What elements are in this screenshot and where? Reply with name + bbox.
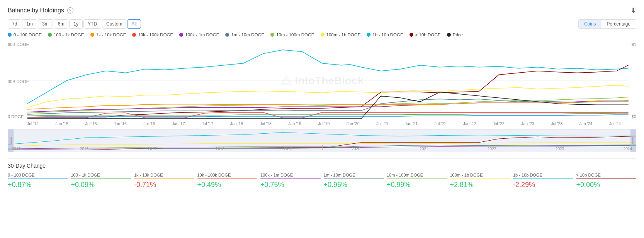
legend-item: 10m - 100m DOGE [270, 32, 314, 37]
y-axis-top: 60B DOGE [8, 42, 29, 47]
minimap-label: 2016 [80, 147, 88, 151]
change-item: 100k - 1m DOGE +0.75% [260, 173, 321, 189]
x-axis-label: Jan '19 [288, 121, 301, 126]
change-item: 100m - 1b DOGE +2.81% [450, 173, 510, 189]
y-axis-right-bottom: $0 [632, 114, 636, 119]
legend-item: 100 - 1k DOGE [48, 32, 84, 37]
info-icon[interactable]: ? [67, 7, 73, 14]
change-value: -0.71% [134, 181, 194, 189]
legend-item: 100m - 1b DOGE [321, 32, 361, 37]
x-axis-label: Jul '22 [493, 121, 505, 126]
legend-item: Price [447, 32, 463, 37]
change-value: +0.00% [576, 181, 637, 189]
legend-label: 0 - 100 DOGE [14, 32, 42, 37]
time-btn-1m[interactable]: 1m [22, 19, 37, 29]
change-value: +2.81% [450, 181, 510, 189]
change-label: 100k - 1m DOGE [260, 173, 321, 179]
legend-item: 0 - 100 DOGE [8, 32, 42, 37]
legend-label: 10m - 100m DOGE [276, 32, 314, 37]
x-axis-label: Jul '19 [318, 121, 330, 126]
x-axis-label: Jan '23 [521, 121, 534, 126]
legend-label: 1k - 10k DOGE [96, 32, 126, 37]
page-title: Balance by Holdings [8, 7, 64, 14]
time-btn-ytd[interactable]: YTD [83, 19, 101, 29]
time-btn-3m[interactable]: 3m [38, 19, 53, 29]
change-value: +0.09% [71, 181, 131, 189]
x-axis-label: Jan '21 [405, 121, 418, 126]
minimap-scroll: ⋮ [319, 144, 325, 151]
minimap-label: 2019 [284, 147, 292, 151]
change-label: 0 - 100 DOGE [8, 173, 68, 179]
change-value: +0.49% [197, 181, 258, 189]
change-item: 1b - 10b DOGE -2.29% [513, 173, 573, 189]
change-label: 10k - 100k DOGE [197, 173, 258, 179]
legend-item: 10k - 100k DOGE [132, 32, 173, 37]
time-btn-custom[interactable]: Custom [102, 19, 126, 29]
legend-dot [270, 33, 274, 37]
legend-dot [447, 33, 451, 37]
legend-item: > 10b DOGE [410, 32, 441, 37]
download-icon[interactable]: ⬇ [630, 6, 636, 15]
x-axis-label: Jul '14 [27, 121, 39, 126]
legend-dot [410, 33, 413, 37]
legend-dot [321, 33, 325, 37]
change-value: -2.29% [513, 181, 573, 189]
time-filter-group: 7d1m3m6m1yYTDCustomAll [8, 19, 141, 29]
legend-label: 1m - 10m DOGE [231, 32, 264, 37]
y-axis-mid: 30B DOGE [8, 79, 29, 84]
chart-legend: 0 - 100 DOGE100 - 1k DOGE1k - 10k DOGE10… [8, 32, 636, 37]
x-axis-label: Jan '18 [230, 121, 243, 126]
change-label: 100 - 1k DOGE [71, 173, 131, 179]
change-item: 0 - 100 DOGE +0.87% [8, 173, 68, 189]
change-item: 10m - 100m DOGE +0.99% [387, 173, 447, 189]
x-axis-label: Jul '16 [143, 121, 155, 126]
x-axis-label: Jul '24 [609, 121, 621, 126]
minimap-label: 2017 [148, 147, 156, 151]
y-axis-right-top: $1 [632, 42, 636, 47]
change-item: 1m - 10m DOGE +0.96% [324, 173, 384, 189]
minimap-label: 2024 [624, 147, 632, 151]
x-axis-label: Jan '22 [463, 121, 476, 126]
main-chart: 60B DOGE 30B DOGE 0 DOGE $1 $0 IntoTheBl… [8, 42, 636, 119]
time-btn-7d[interactable]: 7d [8, 19, 21, 29]
change-label: 100m - 1b DOGE [450, 173, 510, 179]
legend-dot [179, 33, 183, 37]
legend-label: 100 - 1k DOGE [54, 32, 84, 37]
view-btn-coins[interactable]: Coins [579, 20, 602, 28]
minimap-label: 2021 [420, 147, 428, 151]
change-label: 10m - 100m DOGE [387, 173, 447, 179]
change-value: +0.96% [324, 181, 384, 189]
legend-dot [8, 33, 12, 37]
x-axis-label: Jul '23 [551, 121, 562, 126]
legend-dot [225, 33, 229, 37]
change-label: 1b - 10b DOGE [513, 173, 573, 179]
x-axis-label: Jul '15 [85, 121, 97, 126]
change-item: 100 - 1k DOGE +0.09% [71, 173, 131, 189]
x-axis-label: Jan '20 [347, 121, 360, 126]
minimap-label: 2015 [12, 147, 20, 151]
x-axis-label: Jul '20 [376, 121, 388, 126]
legend-label: Price [453, 32, 463, 37]
legend-item: 1b - 10b DOGE [367, 32, 403, 37]
change-label: 1k - 10k DOGE [134, 173, 194, 179]
minimap[interactable]: 2015201620172018201920202021202220232024… [8, 129, 636, 152]
time-btn-all[interactable]: All [127, 19, 141, 29]
view-toggle: CoinsPercentage [578, 19, 636, 29]
time-btn-6m[interactable]: 6m [54, 19, 69, 29]
x-axis-label: Jan '16 [114, 121, 127, 126]
legend-label: 100k - 1m DOGE [185, 32, 219, 37]
x-axis-labels: Jul '14Jan '15Jul '15Jan '16Jul '16Jan '… [8, 121, 636, 127]
x-axis-label: Jul '21 [435, 121, 446, 126]
legend-dot [132, 33, 136, 37]
view-btn-percentage[interactable]: Percentage [602, 20, 636, 28]
legend-label: 1b - 10b DOGE [372, 32, 403, 37]
minimap-label: 2018 [216, 147, 224, 151]
changes-grid: 0 - 100 DOGE +0.87% 100 - 1k DOGE +0.09%… [8, 173, 636, 189]
change-item: 10k - 100k DOGE +0.49% [197, 173, 258, 189]
x-axis-label: Jul '18 [260, 121, 272, 126]
legend-item: 1k - 10k DOGE [90, 32, 126, 37]
x-axis-label: Jul '17 [202, 121, 213, 126]
change-value: +0.75% [260, 181, 321, 189]
y-axis-bottom: 0 DOGE [8, 114, 24, 119]
time-btn-1y[interactable]: 1y [69, 19, 83, 29]
